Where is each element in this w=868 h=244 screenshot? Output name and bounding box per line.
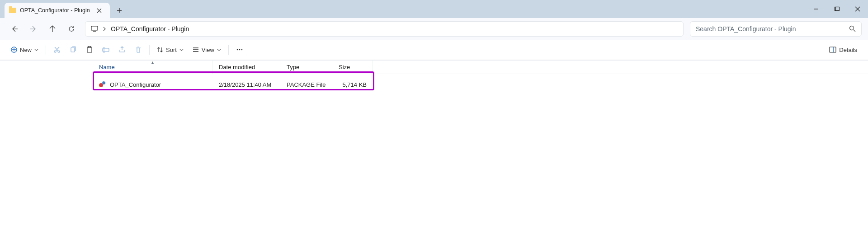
- chevron-right-icon: [103, 27, 106, 31]
- svg-point-13: [241, 49, 243, 51]
- file-list: ▴ Name Date modified Type Size OPTA_Conf…: [93, 61, 868, 95]
- sort-ascending-icon: ▴: [151, 60, 154, 65]
- column-header-date-label: Date modified: [219, 64, 255, 70]
- view-label: View: [202, 47, 214, 53]
- cut-icon: [53, 46, 61, 53]
- search-input[interactable]: [696, 25, 849, 33]
- file-name-cell: OPTA_Configurator: [93, 81, 212, 88]
- svg-rect-14: [830, 47, 836, 52]
- trash-icon: [135, 46, 142, 53]
- back-button[interactable]: [6, 21, 23, 37]
- share-button[interactable]: [114, 42, 130, 57]
- file-size: 5,714 KB: [332, 81, 373, 88]
- file-date: 2/18/2025 11:40 AM: [212, 81, 280, 88]
- tab-title: OPTA_Configurator - Plugin: [20, 7, 90, 14]
- new-tab-button[interactable]: [112, 3, 127, 18]
- view-button[interactable]: View: [188, 42, 226, 57]
- chevron-down-icon: [179, 48, 184, 52]
- column-header-size-label: Size: [339, 64, 350, 70]
- this-pc-icon: [91, 26, 98, 32]
- minimize-icon: [813, 6, 819, 12]
- details-label: Details: [839, 47, 857, 53]
- sort-label: Sort: [166, 47, 177, 53]
- details-pane-button[interactable]: Details: [825, 42, 862, 57]
- delete-button[interactable]: [130, 42, 146, 57]
- folder-icon: [9, 8, 16, 13]
- rename-button[interactable]: [98, 42, 114, 57]
- navigation-bar: OPTA_Configurator - Plugin: [0, 18, 868, 40]
- copy-icon: [70, 46, 77, 53]
- window-controls: [806, 0, 868, 18]
- paste-icon: [86, 46, 93, 53]
- command-bar: New Sort View Details: [0, 40, 868, 61]
- file-type: PACKAGE File: [280, 81, 332, 88]
- svg-point-3: [850, 26, 854, 30]
- svg-rect-2: [91, 26, 98, 30]
- column-header-name-label: Name: [99, 64, 115, 70]
- column-header-date[interactable]: Date modified: [212, 61, 280, 74]
- tab-current[interactable]: OPTA_Configurator - Plugin: [5, 3, 110, 18]
- file-rows: OPTA_Configurator2/18/2025 11:40 AMPACKA…: [93, 74, 868, 95]
- copy-button[interactable]: [65, 42, 81, 57]
- title-bar: OPTA_Configurator - Plugin: [0, 0, 868, 18]
- plus-icon: [117, 8, 122, 13]
- new-label: New: [20, 47, 32, 53]
- refresh-icon: [68, 25, 75, 33]
- share-icon: [118, 46, 126, 53]
- maximize-button[interactable]: [826, 0, 847, 18]
- svg-rect-7: [71, 47, 75, 52]
- svg-point-6: [58, 51, 60, 52]
- svg-rect-10: [103, 48, 109, 52]
- tab-close-button[interactable]: [94, 5, 105, 16]
- cut-button[interactable]: [49, 42, 65, 57]
- address-path: OPTA_Configurator - Plugin: [111, 25, 189, 33]
- column-header-type[interactable]: Type: [280, 61, 332, 74]
- more-button[interactable]: [231, 42, 248, 57]
- chevron-down-icon: [34, 48, 38, 52]
- close-icon: [97, 8, 102, 13]
- paste-button[interactable]: [81, 42, 98, 57]
- details-pane-icon: [829, 47, 836, 53]
- nav-pane-gutter: [0, 61, 93, 95]
- refresh-button[interactable]: [63, 21, 80, 37]
- svg-point-11: [237, 49, 238, 51]
- svg-rect-9: [89, 47, 91, 48]
- sort-icon: [157, 47, 163, 53]
- forward-button[interactable]: [25, 21, 42, 37]
- arrow-up-icon: [49, 25, 56, 33]
- search-icon: [849, 25, 856, 32]
- rename-icon: [102, 46, 109, 53]
- column-header-type-label: Type: [287, 64, 299, 70]
- file-row[interactable]: OPTA_Configurator2/18/2025 11:40 AMPACKA…: [93, 78, 868, 91]
- package-file-icon: [99, 81, 106, 88]
- search-box[interactable]: [690, 21, 862, 37]
- arrow-left-icon: [11, 25, 18, 33]
- up-button[interactable]: [44, 21, 61, 37]
- svg-point-12: [239, 49, 241, 51]
- ellipsis-icon: [236, 46, 243, 53]
- minimize-button[interactable]: [806, 0, 826, 18]
- address-bar[interactable]: OPTA_Configurator - Plugin: [85, 21, 684, 37]
- chevron-down-icon: [217, 48, 221, 52]
- file-name: OPTA_Configurator: [110, 81, 161, 88]
- new-button[interactable]: New: [6, 42, 43, 57]
- column-header-size[interactable]: Size: [332, 61, 373, 74]
- svg-rect-1: [836, 7, 840, 11]
- column-header-name[interactable]: ▴ Name: [93, 61, 212, 74]
- maximize-icon: [834, 6, 840, 12]
- plus-circle-icon: [11, 47, 17, 53]
- arrow-right-icon: [30, 25, 37, 33]
- column-headers: ▴ Name Date modified Type Size: [93, 61, 868, 74]
- sort-button[interactable]: Sort: [152, 42, 188, 57]
- close-icon: [855, 6, 860, 12]
- close-window-button[interactable]: [847, 0, 868, 18]
- content-area: ▴ Name Date modified Type Size OPTA_Conf…: [0, 61, 868, 95]
- svg-point-5: [54, 51, 56, 52]
- view-icon: [193, 47, 199, 53]
